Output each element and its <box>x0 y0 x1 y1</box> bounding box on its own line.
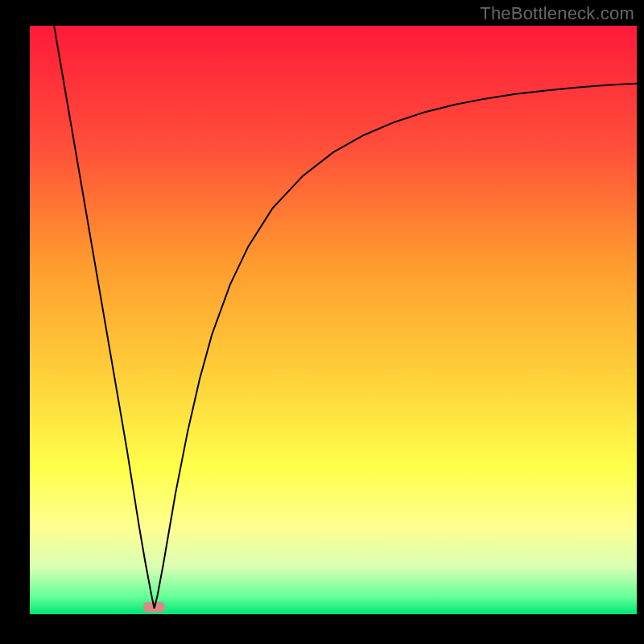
plot-background <box>30 26 637 614</box>
bottleneck-chart <box>0 0 644 644</box>
chart-frame: TheBottleneck.com <box>0 0 644 644</box>
watermark-text: TheBottleneck.com <box>480 3 634 24</box>
